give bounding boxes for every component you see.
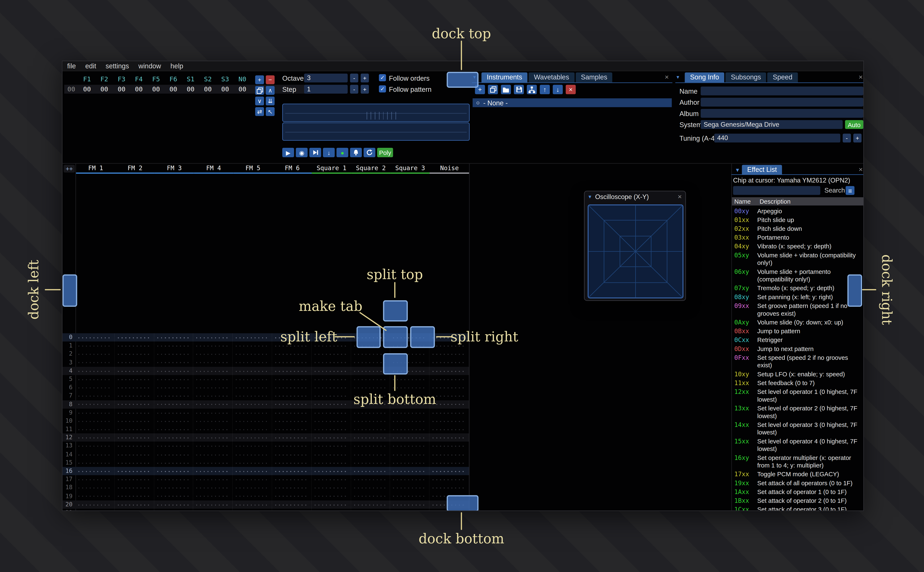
pattern-cell[interactable] — [233, 358, 272, 367]
pattern-cell[interactable] — [75, 417, 115, 425]
pattern-row-9[interactable]: 9 — [62, 409, 469, 417]
pattern-cell[interactable] — [193, 509, 233, 511]
pattern-row-21[interactable]: 21 — [62, 509, 469, 511]
pattern-cell[interactable] — [75, 375, 115, 384]
effect-row-06xy[interactable]: 06xyVolume slide + portamento (compatibi… — [732, 267, 864, 284]
pattern-cell[interactable] — [272, 384, 312, 392]
pattern-cell[interactable] — [272, 467, 312, 475]
follow-pattern-checkbox[interactable]: ✓ — [379, 85, 386, 92]
pattern-cell[interactable] — [351, 442, 390, 450]
channel-header-fm-3[interactable]: FM 3 — [154, 164, 194, 174]
pattern-cell[interactable] — [115, 483, 154, 492]
pattern-cell[interactable] — [75, 483, 115, 492]
pattern-cell[interactable] — [75, 467, 115, 475]
pattern-row-18[interactable]: 18 — [62, 483, 469, 492]
pattern-row-2[interactable]: 2 — [62, 350, 469, 358]
pattern-cell[interactable] — [390, 384, 430, 392]
pattern-cell[interactable] — [312, 350, 351, 358]
order-duplicate-button[interactable] — [255, 86, 264, 95]
pattern-row-17[interactable]: 17 — [62, 475, 469, 483]
pattern-cell[interactable] — [312, 459, 351, 467]
pattern-cell[interactable] — [193, 425, 233, 434]
pattern-cell[interactable] — [154, 500, 193, 509]
pattern-cell[interactable] — [430, 450, 469, 459]
pattern-cell[interactable] — [233, 450, 272, 459]
effect-row-19xx[interactable]: 19xxSet attack of all operators (0 to 1F… — [732, 479, 864, 488]
pattern-cell[interactable] — [351, 492, 390, 500]
channel-header-square-2[interactable]: Square 2 — [351, 164, 390, 174]
effect-row-1Axx[interactable]: 1AxxSet attack of operator 1 (0 to 1F) — [732, 488, 864, 496]
tab-speed[interactable]: Speed — [768, 72, 798, 82]
pattern-cell[interactable] — [233, 467, 272, 475]
pattern-row-19[interactable]: 19 — [62, 492, 469, 500]
dock-top-target[interactable] — [447, 72, 478, 88]
pattern-cell[interactable] — [115, 375, 154, 384]
pattern-cell[interactable] — [115, 417, 154, 425]
pattern-cell[interactable] — [193, 409, 233, 417]
pattern-row-13[interactable]: 13 — [62, 442, 469, 450]
pattern-cell[interactable] — [312, 400, 351, 409]
instrument-move-up-button[interactable]: ↑ — [540, 85, 550, 94]
pattern-cell[interactable] — [351, 483, 390, 492]
pattern-cell[interactable] — [115, 392, 154, 400]
pattern-cell[interactable] — [390, 434, 430, 442]
pattern-cell[interactable] — [115, 367, 154, 375]
pattern-cell[interactable] — [233, 500, 272, 509]
pattern-cell[interactable] — [193, 400, 233, 409]
pattern-cell[interactable] — [75, 492, 115, 500]
pattern-cell[interactable] — [351, 475, 390, 483]
pattern-cell[interactable] — [75, 500, 115, 509]
pattern-cell[interactable] — [390, 417, 430, 425]
dock-left-target[interactable] — [62, 274, 77, 307]
pattern-cell[interactable] — [233, 434, 272, 442]
pattern-cell[interactable] — [154, 400, 193, 409]
octave-input[interactable]: 3 — [304, 74, 347, 82]
effect-row-0Dxx[interactable]: 0DxxJump to next pattern — [732, 345, 864, 353]
pattern-cell[interactable] — [75, 358, 115, 367]
pattern-cell[interactable] — [272, 350, 312, 358]
pattern-cell[interactable] — [312, 375, 351, 384]
pattern-cell[interactable] — [115, 350, 154, 358]
pattern-cell[interactable] — [233, 367, 272, 375]
author-field[interactable] — [701, 98, 863, 107]
menu-item-settings[interactable]: settings — [101, 61, 134, 71]
pattern-cell[interactable] — [233, 400, 272, 409]
pattern-cell[interactable] — [193, 492, 233, 500]
pattern-row-11[interactable]: 11 — [62, 425, 469, 434]
pattern-cell[interactable] — [351, 384, 390, 392]
menu-item-window[interactable]: window — [134, 61, 166, 71]
pattern-cell[interactable] — [272, 409, 312, 417]
repeat-button[interactable] — [364, 148, 376, 157]
pattern-cell[interactable] — [312, 467, 351, 475]
pattern-cell[interactable] — [430, 483, 469, 492]
pattern-cell[interactable] — [193, 392, 233, 400]
system-auto-button[interactable]: Auto — [845, 120, 863, 129]
pattern-cell[interactable] — [312, 483, 351, 492]
pattern-cell[interactable] — [75, 409, 115, 417]
instrument-organize-button[interactable] — [527, 85, 537, 94]
pattern-cell[interactable] — [75, 450, 115, 459]
effect-row-0Bxx[interactable]: 0BxxJump to pattern — [732, 327, 864, 336]
pattern-cell[interactable] — [272, 417, 312, 425]
instrument-list-item-none[interactable]: ○ - None - — [473, 98, 672, 107]
pattern-cell[interactable] — [430, 350, 469, 358]
effect-row-12xx[interactable]: 12xxSet level of operator 1 (0 highest, … — [732, 387, 864, 404]
poly-toggle-button[interactable]: Poly — [377, 148, 393, 157]
pattern-cell[interactable] — [272, 358, 312, 367]
pattern-cell[interactable] — [193, 375, 233, 384]
instrument-save-button[interactable] — [514, 85, 524, 94]
pattern-cell[interactable] — [115, 425, 154, 434]
pattern-cell[interactable] — [154, 375, 193, 384]
effect-row-14xx[interactable]: 14xxSet level of operator 3 (0 highest, … — [732, 420, 864, 437]
pattern-cell[interactable] — [193, 459, 233, 467]
instrument-delete-button[interactable]: × — [566, 85, 576, 94]
pattern-cell[interactable] — [272, 483, 312, 492]
pattern-cell[interactable] — [430, 425, 469, 434]
pattern-cell[interactable] — [312, 392, 351, 400]
pattern-cell[interactable] — [115, 467, 154, 475]
pattern-cell[interactable] — [115, 409, 154, 417]
effect-row-09xx[interactable]: 09xxSet groove pattern (speed 1 if no gr… — [732, 302, 864, 318]
tab-wavetables[interactable]: Wavetables — [528, 72, 574, 82]
pattern-cell[interactable] — [272, 459, 312, 467]
pattern-cell[interactable] — [272, 475, 312, 483]
